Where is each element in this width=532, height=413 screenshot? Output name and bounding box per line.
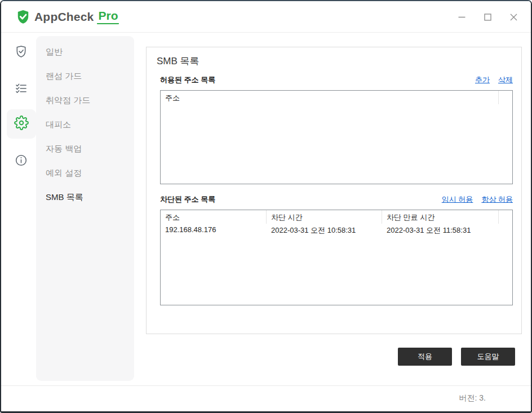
info-icon [15, 159, 28, 168]
blocked-list-header: 차단된 주소 목록 임시 허용 항상 허용 [160, 194, 513, 205]
sidebar-item-ransom-guard[interactable]: 랜섬 가드 [36, 64, 134, 88]
sidebar-item-shelter[interactable]: 대피소 [36, 113, 134, 137]
column-header-expire-time[interactable]: 차단 만료 시간 [382, 210, 499, 224]
gear-icon [14, 116, 29, 132]
sidebar-item-smb-list[interactable]: SMB 목록 [36, 185, 134, 210]
close-button[interactable] [500, 5, 526, 29]
shield-check-icon [15, 50, 28, 60]
sidebar-item-vulnerability-guard[interactable]: 취약점 가드 [36, 88, 134, 113]
version-label: 버전: 3. [459, 393, 486, 403]
cell-expire-time: 2022-03-31 오전 11:58:31 [382, 224, 499, 237]
appcheck-logo-icon [16, 10, 30, 24]
nav-status[interactable] [15, 82, 28, 97]
column-header-filler [499, 210, 512, 224]
sidebar-item-auto-backup[interactable]: 자동 백업 [36, 137, 134, 161]
app-logo: AppCheck Pro [16, 9, 119, 24]
smb-settings-panel: SMB 목록 허용된 주소 목록 추가 삭제 주소 차단된 주소 목록 임시 허… [146, 47, 522, 334]
nav-protection[interactable] [15, 45, 28, 60]
allowed-table-header: 주소 [161, 91, 512, 104]
blocked-table-header: 주소 차단 시간 차단 만료 시간 [161, 210, 512, 224]
action-button-row: 적용 도움말 [398, 348, 515, 366]
sidebar-item-exceptions[interactable]: 예외 설정 [36, 161, 134, 185]
settings-sidebar: 일반 랜섬 가드 취약점 가드 대피소 자동 백업 예외 설정 SMB 목록 [36, 36, 134, 381]
column-header-address[interactable]: 주소 [161, 91, 499, 104]
cell-block-time: 2022-03-31 오전 10:58:31 [267, 224, 382, 237]
cell-address: 192.168.48.176 [161, 224, 267, 237]
delete-link[interactable]: 삭제 [498, 75, 513, 85]
help-button[interactable]: 도움말 [461, 348, 515, 366]
checklist-icon [15, 87, 28, 96]
blocked-address-table[interactable]: 주소 차단 시간 차단 만료 시간 192.168.48.176 2022-03… [160, 210, 513, 305]
sidebar-item-general[interactable]: 일반 [36, 40, 134, 64]
footer: 버전: 3. [1, 385, 531, 411]
minimize-button[interactable] [449, 5, 475, 29]
allowed-list-label: 허용된 주소 목록 [160, 75, 215, 85]
blocked-list-label: 차단된 주소 목록 [160, 194, 215, 205]
column-header-filler [499, 91, 512, 104]
allowed-address-table[interactable]: 주소 [160, 90, 513, 184]
nav-info[interactable] [15, 154, 28, 169]
titlebar: AppCheck Pro [1, 1, 531, 33]
always-allow-link[interactable]: 항상 허용 [481, 194, 513, 205]
column-header-address[interactable]: 주소 [161, 210, 267, 224]
brand-pro-badge: Pro [97, 9, 119, 24]
window-controls [449, 1, 526, 33]
brand-name: AppCheck [34, 10, 94, 24]
temp-allow-link[interactable]: 임시 허용 [442, 194, 473, 205]
maximize-button[interactable] [475, 5, 500, 29]
apply-button[interactable]: 적용 [398, 348, 452, 366]
add-link[interactable]: 추가 [475, 75, 490, 85]
column-header-block-time[interactable]: 차단 시간 [267, 210, 382, 224]
appcheck-window: AppCheck Pro [0, 0, 532, 413]
allowed-list-header: 허용된 주소 목록 추가 삭제 [160, 74, 513, 86]
table-row[interactable]: 192.168.48.176 2022-03-31 오전 10:58:31 20… [161, 224, 512, 237]
page-title: SMB 목록 [157, 55, 200, 68]
